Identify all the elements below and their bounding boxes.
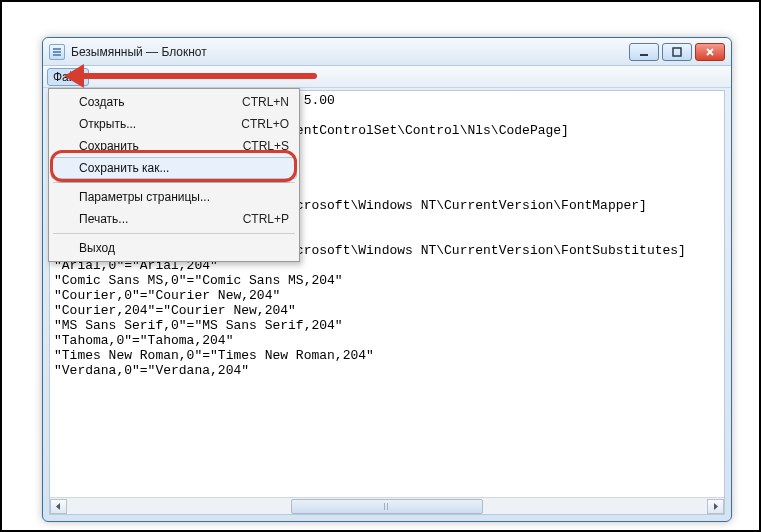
menu-item-label: Создать	[79, 95, 125, 109]
menu-item-label: Открыть...	[79, 117, 136, 131]
menu-item-label: Сохранить	[79, 139, 139, 153]
menu-shortcut: CTRL+P	[243, 212, 289, 226]
menu-shortcut: CTRL+O	[241, 117, 289, 131]
menu-item-open[interactable]: Открыть... CTRL+O	[51, 113, 297, 135]
menubar: Файл Формат Вид Справка	[43, 66, 731, 88]
menu-item-label: Параметры страницы...	[79, 190, 210, 204]
menu-item-save-as[interactable]: Сохранить как...	[51, 157, 297, 179]
minimize-button[interactable]	[629, 43, 659, 61]
file-menu-dropdown: Создать CTRL+N Открыть... CTRL+O Сохрани…	[48, 88, 300, 262]
svg-rect-1	[673, 48, 681, 56]
menu-item-save[interactable]: Сохранить CTRL+S	[51, 135, 297, 157]
menu-item-print[interactable]: Печать... CTRL+P	[51, 208, 297, 230]
screenshot-canvas: Безымянный — Блокнот Файл Формат Вид Спр…	[0, 0, 761, 532]
scroll-left-button[interactable]	[50, 499, 67, 514]
notepad-icon	[49, 44, 65, 60]
menu-file[interactable]: Файл	[47, 68, 89, 86]
menu-item-page-setup[interactable]: Параметры страницы...	[51, 186, 297, 208]
window-title: Безымянный — Блокнот	[71, 45, 629, 59]
maximize-button[interactable]	[662, 43, 692, 61]
scroll-right-button[interactable]	[707, 499, 724, 514]
scroll-track[interactable]	[67, 499, 707, 514]
menu-item-create[interactable]: Создать CTRL+N	[51, 91, 297, 113]
horizontal-scrollbar[interactable]	[50, 497, 724, 514]
menu-item-label: Печать...	[79, 212, 128, 226]
menu-item-label: Выход	[79, 241, 115, 255]
menu-separator	[53, 182, 295, 183]
svg-rect-0	[640, 54, 648, 56]
menu-item-exit[interactable]: Выход	[51, 237, 297, 259]
scroll-thumb[interactable]	[291, 499, 483, 514]
titlebar[interactable]: Безымянный — Блокнот	[43, 38, 731, 66]
menu-shortcut: CTRL+N	[242, 95, 289, 109]
menu-separator	[53, 233, 295, 234]
window-buttons	[629, 43, 725, 61]
menu-shortcut: CTRL+S	[243, 139, 289, 153]
menu-item-label: Сохранить как...	[79, 161, 169, 175]
close-button[interactable]	[695, 43, 725, 61]
